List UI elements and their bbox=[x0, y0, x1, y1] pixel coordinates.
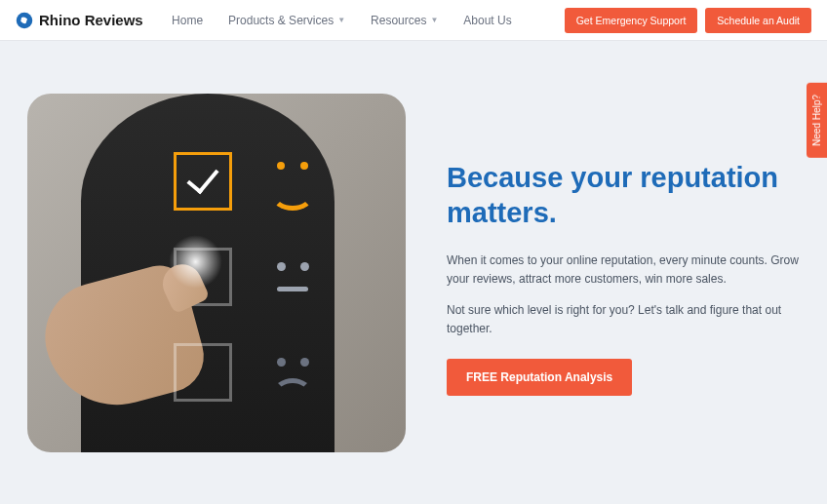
checkbox-empty bbox=[174, 343, 232, 402]
nav-menu: Home Products & Services▼ Resources▼ Abo… bbox=[172, 8, 811, 33]
happy-face-icon bbox=[263, 152, 322, 211]
chevron-down-icon: ▼ bbox=[337, 16, 345, 24]
emoji-column bbox=[263, 152, 322, 439]
nav-products[interactable]: Products & Services▼ bbox=[228, 14, 345, 27]
free-analysis-button[interactable]: FREE Reputation Analysis bbox=[447, 359, 632, 396]
checkmark-icon bbox=[186, 161, 218, 195]
need-help-tab[interactable]: Need Help? bbox=[807, 83, 827, 158]
hero-paragraph-2: Not sure which level is right for you? L… bbox=[447, 301, 800, 337]
chevron-down-icon: ▼ bbox=[430, 16, 438, 24]
hero-copy: Because your reputation matters. When it… bbox=[447, 150, 800, 397]
nav-about[interactable]: About Us bbox=[463, 14, 511, 27]
hero-section: Because your reputation matters. When it… bbox=[0, 41, 827, 491]
schedule-audit-button[interactable]: Schedule an Audit bbox=[705, 8, 811, 33]
hero-headline: Because your reputation matters. bbox=[447, 160, 800, 231]
nav-resources[interactable]: Resources▼ bbox=[371, 14, 438, 27]
rhino-logo-icon bbox=[16, 12, 33, 29]
nav-home[interactable]: Home bbox=[172, 14, 203, 27]
emergency-support-button[interactable]: Get Emergency Support bbox=[565, 8, 698, 33]
touch-glow bbox=[169, 235, 222, 289]
top-navigation: Rhino Reviews Home Products & Services▼ … bbox=[0, 0, 827, 41]
brand-logo[interactable]: Rhino Reviews bbox=[16, 12, 143, 29]
brand-name: Rhino Reviews bbox=[39, 12, 143, 28]
sad-face-icon bbox=[263, 343, 322, 402]
neutral-face-icon bbox=[263, 248, 322, 306]
checkbox-selected bbox=[174, 152, 232, 211]
hero-paragraph-1: When it comes to your online reputation,… bbox=[447, 252, 800, 288]
hero-image bbox=[27, 94, 406, 452]
nav-cta-group: Get Emergency Support Schedule an Audit bbox=[565, 8, 811, 33]
